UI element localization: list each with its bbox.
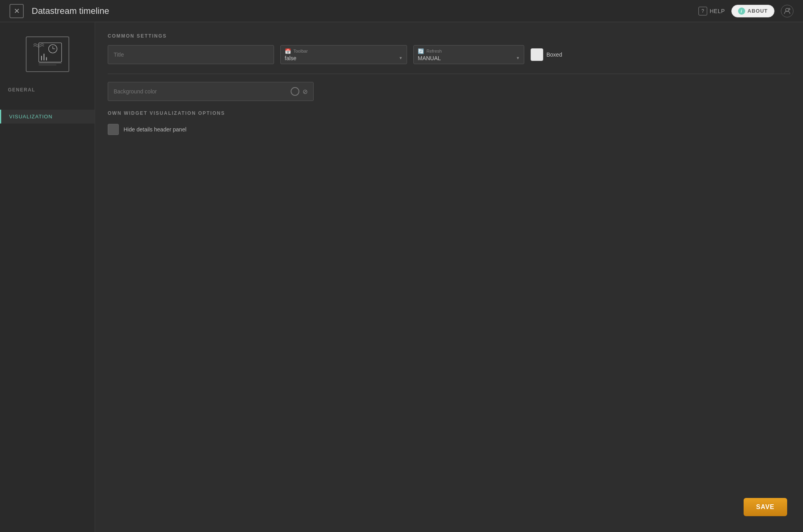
help-label: HELP <box>710 8 725 14</box>
top-bar: ✕ Datastream timeline ? HELP i ABOUT <box>0 0 803 22</box>
sidebar-item-visualization[interactable]: VISUALIZATION <box>0 110 95 124</box>
refresh-field-value: MANUAL ▼ <box>418 55 520 61</box>
user-icon[interactable] <box>781 5 793 17</box>
general-section-label: GENERAL <box>0 84 95 96</box>
sidebar-item-general[interactable] <box>0 96 95 110</box>
refresh-select[interactable]: 🔄 Refresh MANUAL ▼ <box>413 45 524 64</box>
about-icon: i <box>738 8 745 15</box>
main-layout: GENERAL VISUALIZATION COMMON SETTINGS 📅 … <box>0 22 803 532</box>
toolbar-field-value: false ▼ <box>285 55 403 61</box>
help-icon: ? <box>698 7 707 15</box>
boxed-label: Boxed <box>546 51 562 58</box>
background-color-field[interactable]: Background color ⊘ <box>108 82 314 101</box>
refresh-field-label: 🔄 Refresh <box>418 48 520 54</box>
title-input[interactable] <box>108 45 274 64</box>
common-settings-row: 📅 Toolbar false ▼ 🔄 Refresh MANUAL ▼ <box>108 45 790 64</box>
color-controls: ⊘ <box>291 87 308 96</box>
page-title: Datastream timeline <box>32 6 109 16</box>
widget-preview <box>0 28 95 76</box>
save-button[interactable]: SAVE <box>744 498 787 516</box>
own-widget-section: OWN WIDGET VISUALIZATION OPTIONS Hide de… <box>108 110 790 135</box>
toolbar-field-label: 📅 Toolbar <box>285 48 403 54</box>
about-button[interactable]: i ABOUT <box>731 5 774 17</box>
toolbar-dropdown-arrow: ▼ <box>399 56 403 60</box>
title-field-group <box>108 45 274 64</box>
own-widget-section-title: OWN WIDGET VISUALIZATION OPTIONS <box>108 110 790 116</box>
background-color-label: Background color <box>114 88 157 95</box>
toolbar-select[interactable]: 📅 Toolbar false ▼ <box>280 45 407 64</box>
sidebar-nav: GENERAL VISUALIZATION <box>0 84 95 124</box>
content-area: COMMON SETTINGS 📅 Toolbar false ▼ <box>95 22 803 532</box>
hide-header-checkbox[interactable] <box>108 124 119 135</box>
color-pick-icon[interactable]: ⊘ <box>303 88 308 95</box>
calendar-icon: 📅 <box>285 48 291 54</box>
refresh-icon: 🔄 <box>418 48 424 54</box>
hide-header-row: Hide details header panel <box>108 124 790 135</box>
boxed-group: Boxed <box>531 48 562 61</box>
hide-header-label: Hide details header panel <box>124 126 186 133</box>
widget-preview-box <box>26 36 69 72</box>
close-button[interactable]: ✕ <box>10 4 24 18</box>
boxed-checkbox[interactable] <box>531 48 543 61</box>
refresh-dropdown-arrow: ▼ <box>516 56 520 60</box>
sidebar: GENERAL VISUALIZATION <box>0 22 95 532</box>
about-label: ABOUT <box>748 8 768 14</box>
common-settings-title: COMMON SETTINGS <box>108 33 790 39</box>
color-circle[interactable] <box>291 87 299 96</box>
top-bar-right: ? HELP i ABOUT <box>698 5 793 17</box>
help-button[interactable]: ? HELP <box>698 7 725 15</box>
divider-1 <box>108 74 790 74</box>
background-color-section: Background color ⊘ <box>108 82 790 101</box>
